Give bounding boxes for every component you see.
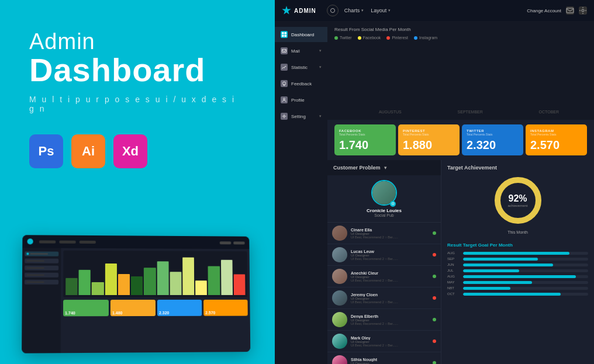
sidebar-item-statistic[interactable]: Statistic ▾ — [275, 60, 327, 75]
sp-right-item — [233, 241, 244, 244]
stat-card-pinterest: PINTEREST Total Percents Stats 1.880 — [398, 124, 460, 155]
status-dot — [433, 296, 436, 300]
customer-desc: UI Best, Recommend 2 ○ Ber...... — [351, 257, 429, 261]
feedback-icon — [281, 80, 288, 87]
goal-bar-fill — [463, 293, 561, 296]
customer-item[interactable]: Mark Oley UI Designer UI Best, Recommend… — [327, 331, 441, 352]
goal-bar-fill — [463, 269, 519, 272]
sp-line — [26, 275, 44, 276]
goal-label: AUG — [447, 251, 460, 255]
svg-rect-2 — [282, 32, 284, 34]
profile-icon — [281, 96, 288, 103]
sp-line — [26, 268, 44, 269]
tool-badges: Ps Ai Xd — [29, 134, 246, 168]
settings-icon[interactable] — [579, 6, 587, 15]
sp-body: 1.740 1.480 2.320 2.570 — [22, 248, 250, 353]
sidebar-item-mail[interactable]: Mail ▾ — [275, 43, 327, 58]
bar-chart — [351, 43, 587, 108]
customer-avatar — [332, 269, 347, 284]
goal-label: MAY — [447, 280, 460, 284]
sp-bar — [157, 262, 168, 295]
customer-avatar — [332, 226, 347, 241]
sidebar-label-statistic: Statistic — [291, 65, 308, 70]
customer-item[interactable]: Denya Elberth UI Designer UI Best, Recom… — [327, 309, 441, 331]
legend-pinterest: Pinterest — [386, 36, 408, 40]
customer-item[interactable]: Silhia Nought UI Designer UI Best, Recom… — [327, 352, 441, 364]
customer-avatar — [332, 355, 347, 364]
customer-item[interactable]: Cinare Ella UI Designer UI Best, Recomme… — [327, 223, 441, 244]
sidebar-label-mail: Mail — [291, 48, 300, 54]
sp-dot — [26, 252, 29, 255]
customer-items-list: Cinare Ella UI Designer UI Best, Recomme… — [327, 223, 441, 364]
x-label-oct: OCTOBER — [539, 110, 560, 114]
chevron-right-icon: ▾ — [319, 65, 322, 70]
chart-wrapper: 50% 40% 30% 20% 10% 0% — [334, 43, 587, 114]
customer-item[interactable]: Jeremy Cloen UI Designer UI Best, Recomm… — [327, 287, 441, 309]
goal-bar-bg — [463, 269, 588, 272]
topbar: ADMIN Charts ▾ Layout ▾ Change Account — [275, 0, 594, 21]
customer-desc: UI Best, Recommend 2 ○ Ber...... — [351, 322, 429, 325]
search-button[interactable] — [327, 5, 339, 16]
nav-charts[interactable]: Charts ▾ — [344, 8, 364, 13]
title-line2: Dashboard — [29, 51, 246, 89]
customer-name: Denya Elberth — [351, 314, 429, 318]
chevron-right-icon: ▾ — [319, 114, 322, 119]
goal-bar-bg — [463, 252, 588, 255]
fc-avatar-wrapper: ⚙ — [371, 180, 397, 208]
sidebar-item-dashboard[interactable]: Dashboard — [275, 27, 327, 42]
sidebar-item-feedback[interactable]: Feedback — [275, 76, 327, 91]
sp-stat-cards: 1.740 1.480 2.320 2.570 — [63, 300, 248, 316]
legend-twitter: Twitter — [334, 36, 352, 40]
x-label-sep: SEPTEMBER — [458, 110, 483, 114]
change-account-label[interactable]: Change Account — [527, 8, 561, 13]
status-dot — [433, 339, 436, 343]
goal-row: AUG — [447, 275, 588, 278]
sp-sidebar-item — [25, 266, 58, 271]
stat-sublabel: Total Percents Stats — [530, 133, 582, 136]
svg-point-7 — [283, 82, 286, 85]
chevron-down-icon: ▾ — [388, 8, 391, 13]
svg-rect-4 — [282, 35, 284, 37]
sidebar-item-profile[interactable]: Profile — [275, 92, 327, 108]
customer-info: Cinare Ella UI Designer UI Best, Recomme… — [351, 228, 429, 239]
customer-avatar — [332, 247, 347, 262]
sidebar-label-dashboard: Dashboard — [291, 32, 314, 37]
goal-bar-fill — [463, 258, 538, 261]
sp-card-value: 2.320 — [159, 311, 169, 315]
goal-row: OCT — [447, 292, 588, 296]
legend-dot — [386, 36, 390, 40]
customer-list-header: Customer Problem ▾ — [327, 160, 441, 175]
sp-bar — [182, 258, 194, 295]
goal-bar-fill — [463, 264, 553, 266]
sidebar-item-setting[interactable]: Setting ▾ — [275, 109, 327, 124]
subtitle: M u l t i p u r p o s e s u i / u x d e … — [29, 95, 246, 113]
sp-card-value: 1.480 — [112, 311, 123, 315]
customer-name: Lucas Leuw — [351, 249, 429, 254]
customer-info: Silhia Nought UI Designer UI Best, Recom… — [351, 358, 429, 365]
stat-sublabel: Total Percents Stats — [403, 133, 455, 136]
nav-layout[interactable]: Layout ▾ — [371, 8, 391, 13]
customer-name: Cinare Ella — [351, 228, 429, 232]
donut-chart: 92% achievement — [492, 174, 544, 227]
chart-section: Result From Social Media Per Month Twitt… — [327, 21, 594, 120]
statistic-icon — [281, 64, 288, 71]
mail-icon[interactable] — [566, 6, 574, 15]
goal-bar-fill — [463, 252, 569, 255]
legend-dot — [358, 36, 361, 40]
sp-line — [26, 260, 44, 261]
sp-card-value: 1.740 — [65, 311, 75, 315]
customer-info: Jeremy Cloen UI Designer UI Best, Recomm… — [351, 293, 429, 304]
customer-desc: UI Best, Recommend 2 ○ Ber...... — [351, 279, 429, 282]
customer-list: Customer Problem ▾ ⚙ Cronicle Louies Soc… — [327, 160, 441, 364]
customer-item[interactable]: Anechki Cleur UI Designer UI Best, Recom… — [327, 266, 441, 287]
dropdown-icon[interactable]: ▾ — [384, 165, 387, 171]
sidebar-label-feedback: Feedback — [291, 81, 312, 86]
goal-row: JUL — [447, 269, 588, 272]
customer-item[interactable]: Lucas Leuw UI Designer UI Best, Recommen… — [327, 244, 441, 266]
svg-rect-5 — [285, 35, 287, 37]
badge-ai: Ai — [71, 134, 105, 168]
sp-bar — [234, 274, 246, 295]
badge-ps: Ps — [29, 134, 63, 168]
customer-status — [433, 339, 436, 343]
badge-xd: Xd — [113, 134, 147, 168]
